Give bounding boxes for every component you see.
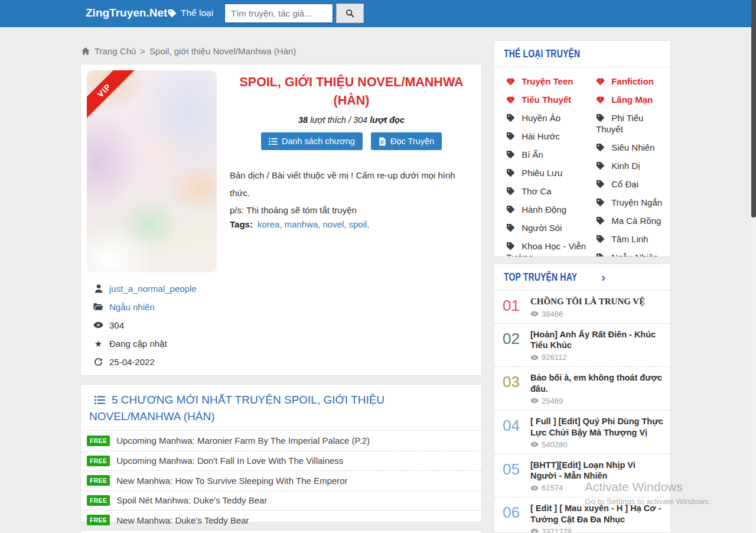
description-line-2: p/s: Thi thoảng sẽ tóm tắt truyện [230, 202, 478, 219]
views-count: 540280 [542, 440, 567, 449]
breadcrumb-separator: > [140, 46, 145, 56]
genre-link[interactable]: Tâm Linh [596, 233, 667, 245]
tags-row: Tags:korea,manhwa,novel,spoil, [225, 219, 478, 229]
brand-logo[interactable]: ZingTruyen.Net [86, 6, 167, 20]
author-link[interactable]: just_a_normal_people [109, 284, 197, 294]
genre-link[interactable]: Ngẫu Nhiên [596, 252, 667, 257]
genre-column-left: Truyện Teen Tiểu Thuyết Huyền Ảo [506, 76, 596, 257]
genre-label: Kinh Dị [611, 161, 640, 171]
tag-icon [596, 198, 605, 207]
folder-icon [93, 303, 103, 311]
genre-link[interactable]: Bí Ẩn [506, 149, 596, 160]
genre-label: Tâm Linh [611, 234, 649, 244]
top-story-item[interactable]: 05 [BHTT][Edit] Loạn Nhịp Vi Người - Mẫn… [494, 454, 670, 498]
rank-number: 05 [503, 460, 523, 493]
story-head: SPOIL, GIỚI THIỆU NOVEL/MANHWA (HÀN) 38 … [225, 64, 478, 229]
top-navbar: ZingTruyen.Net Thể loại [0, 0, 756, 27]
genres-card: THỂ LOẠI TRUYỆN Truyện Teen Tiểu Thuyết [494, 40, 671, 257]
top-story-title: Bảo bối à, em không thoát được đâu. [530, 373, 662, 394]
top-story-title: [ Edit ] [ Mau xuyên - H ] Hạ Cơ - Tưởng… [530, 503, 661, 524]
tag-icon [506, 205, 515, 214]
chapter-row[interactable]: FREE Spoil Nét Manhwa: Duke's Teddy Bear [81, 490, 481, 511]
views-count: 2371279 [542, 527, 572, 533]
genre-link[interactable]: Hành Động [506, 204, 596, 215]
list-icon [94, 395, 106, 405]
chapter-row[interactable]: FREE New Manhwa: How To Survive Sleeping… [81, 470, 481, 490]
chapter-row[interactable]: FREE Upcoming Manhwa: Maronier Farm By T… [81, 431, 481, 451]
views-count: 304 [109, 320, 124, 330]
vip-badge: VIP [87, 70, 135, 121]
chapters-title: 5 CHƯƠNG MỚI NHẤT TRUYỆN SPOIL, GIỚI THI… [89, 394, 384, 422]
top-story-views: 926112 [530, 353, 663, 362]
story-cover-image[interactable]: VIP [87, 70, 217, 272]
gem-icon [596, 96, 605, 104]
meta-category-row: Ngẫu nhiên [93, 301, 197, 312]
top-story-item[interactable]: 03 Bảo bối à, em không thoát được đâu. 2… [494, 366, 670, 410]
genre-link[interactable]: Người Sói [506, 222, 596, 233]
genre-link[interactable]: Truyện Ngắn [596, 197, 667, 208]
chapter-list-button[interactable]: Danh sách chương [261, 132, 363, 150]
genre-link[interactable]: Fanfiction [596, 76, 667, 87]
story-description: Bản dịch / Bài viết thuộc về mị ! Cấm re… [225, 167, 478, 219]
chevron-right-icon: › [601, 273, 605, 281]
top-story-body: Bảo bối à, em không thoát được đâu. 2546… [530, 372, 663, 405]
genre-link[interactable]: Phi Tiểu Thuyết [596, 112, 667, 135]
genre-link[interactable]: Hài Hước [506, 131, 596, 142]
tag-link[interactable]: korea, [258, 219, 282, 229]
genre-link[interactable]: Ma Cà Rồng [596, 215, 667, 226]
tag-link[interactable]: novel, [322, 219, 346, 229]
top-story-item[interactable]: 04 [ Full ] [Edit] Quý Phi Dùng Thực Lực… [494, 410, 670, 454]
top-story-title: [Hoàn] Anh Ấy Rất Điên - Khúc Tiểu Khúc [530, 330, 656, 350]
free-badge: FREE [87, 436, 110, 446]
story-card: VIP SPOIL, GIỚI THIỆU NOVEL/MANHWA (HÀN)… [80, 64, 482, 376]
top-story-body: [ Edit ] [ Mau xuyên - H ] Hạ Cơ - Tưởng… [530, 503, 663, 533]
genre-link[interactable]: Thơ Ca [506, 186, 596, 197]
top-story-title: [ Full ] [Edit] Quý Phi Dùng Thực Lực Ch… [530, 417, 663, 437]
genre-link[interactable]: Lãng Mạn [596, 94, 667, 105]
genre-link[interactable]: Kinh Dị [596, 160, 667, 171]
tag-link[interactable]: manhwa, [285, 219, 321, 229]
chapter-row[interactable]: FREE New Manhwa: Duke's Teddy Bear [81, 510, 481, 530]
reads-label: lượt đọc [370, 115, 405, 125]
read-story-button[interactable]: Đọc Truyện [371, 132, 442, 150]
stats-separator: / [348, 115, 351, 125]
search-button[interactable] [336, 4, 364, 23]
scrollbar-thumb[interactable] [751, 0, 756, 217]
rank-number: 01 [503, 296, 523, 318]
top-story-title: CHỒNG TÔI LÀ TRUNG VỆ [530, 297, 645, 306]
genre-link[interactable]: Khoa Học - Viễn Tưởng [506, 240, 596, 257]
nav-item-the-loai[interactable]: Thể loại [168, 8, 213, 18]
genre-label: Truyện Teen [522, 76, 573, 86]
genre-link[interactable]: Siêu Nhiên [596, 142, 667, 153]
top-story-item[interactable]: 06 [ Edit ] [ Mau xuyên - H ] Hạ Cơ - Tư… [494, 497, 670, 533]
genre-label: Hài Hước [522, 131, 560, 141]
free-badge: FREE [87, 515, 110, 525]
top-story-item[interactable]: 02 [Hoàn] Anh Ấy Rất Điên - Khúc Tiểu Kh… [494, 323, 670, 367]
search-input[interactable] [224, 4, 333, 23]
category-link[interactable]: Ngẫu nhiên [109, 302, 155, 312]
tag-icon [506, 132, 515, 141]
genre-link[interactable]: Phiêu Lưu [506, 167, 596, 178]
nav-item-label: Thể loại [181, 8, 213, 18]
read-story-button-label: Đọc Truyện [390, 136, 434, 146]
tag-link[interactable]: spoil, [349, 219, 370, 229]
updated-date: 25-04-2022 [109, 357, 155, 367]
top-story-item[interactable]: 01 CHỒNG TÔI LÀ TRUNG VỆ 38466 [494, 291, 670, 323]
chapter-title: Spoil Nét Manhwa: Duke's Teddy Bear [116, 495, 267, 505]
action-buttons: Danh sách chương Đọc Truyện [225, 132, 478, 150]
top-story-views: 38466 [530, 310, 663, 318]
views-count: 926112 [542, 353, 566, 362]
chapter-row[interactable]: FREE Upcoming Manhwa: Don't Fall In Love… [81, 451, 481, 471]
page-scrollbar [751, 0, 756, 533]
tag-icon [168, 9, 177, 18]
genre-link[interactable]: Tiểu Thuyết [506, 94, 596, 105]
genre-label: Fanfiction [611, 76, 654, 86]
genre-link[interactable]: Huyền Ảo [506, 112, 596, 124]
genre-link[interactable]: Cổ Đại [596, 178, 667, 190]
top-stories-header[interactable]: TOP TRUYỆN HAY › [494, 264, 670, 291]
meta-updated-row: 25-04-2022 [93, 356, 197, 367]
meta-status-row: ★ Đang cập nhật [93, 338, 197, 349]
genre-link[interactable]: Truyện Teen [506, 76, 596, 87]
genre-label: Thơ Ca [522, 186, 552, 196]
breadcrumb-home-link[interactable]: Trang Chủ [94, 46, 136, 56]
